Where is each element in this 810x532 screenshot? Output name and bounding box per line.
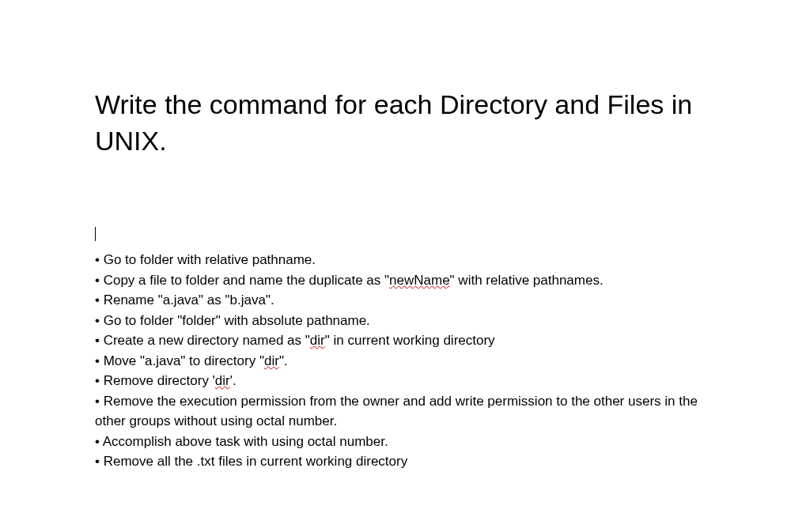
bullet-text: • Create a new directory named as ": [95, 333, 310, 348]
list-item: • Copy a file to folder and name the dup…: [95, 270, 715, 291]
bullet-text: • Go to folder with relative pathname.: [95, 252, 316, 267]
list-item: • Create a new directory named as "dir" …: [95, 330, 715, 351]
bullet-text: • Move "a.java" to directory ": [95, 353, 264, 368]
document-title: Write the command for each Directory and…: [95, 87, 715, 160]
list-item: • Remove the execution permission from t…: [95, 391, 715, 432]
list-item: • Go to folder with relative pathname.: [95, 250, 715, 270]
list-item: • Move "a.java" to directory "dir".: [95, 351, 715, 372]
bullet-text: '.: [230, 373, 237, 388]
text-cursor: [95, 227, 96, 241]
bullet-text: • Rename "a.java" as "b.java".: [95, 292, 274, 308]
list-item: • Remove directory 'dir'.: [95, 371, 715, 391]
list-item: • Accomplish above task with using octal…: [95, 432, 715, 452]
spellcheck-error: dir: [310, 333, 325, 348]
bullet-text: " with relative pathnames.: [450, 273, 604, 288]
spellcheck-error: newName: [389, 273, 450, 288]
list-item: • Remove all the .txt files in current w…: [95, 451, 715, 472]
bullet-text: • Remove the execution permission from t…: [95, 394, 698, 429]
spellcheck-error: dir: [215, 373, 230, 388]
bullet-text: " in current working directory: [325, 333, 495, 348]
bullet-text: • Copy a file to folder and name the dup…: [95, 273, 389, 288]
bullet-text: • Go to folder "folder" with absolute pa…: [95, 313, 370, 328]
list-item: • Rename "a.java" as "b.java".: [95, 290, 715, 311]
bullet-text: • Accomplish above task with using octal…: [95, 434, 388, 449]
bullet-text: • Remove directory ': [95, 373, 215, 388]
list-item: • Go to folder "folder" with absolute pa…: [95, 311, 715, 331]
bullet-text: • Remove all the .txt files in current w…: [95, 454, 407, 469]
bullet-list: • Go to folder with relative pathname. •…: [95, 227, 715, 472]
bullet-text: ".: [279, 353, 288, 368]
spellcheck-error: dir: [264, 353, 279, 368]
